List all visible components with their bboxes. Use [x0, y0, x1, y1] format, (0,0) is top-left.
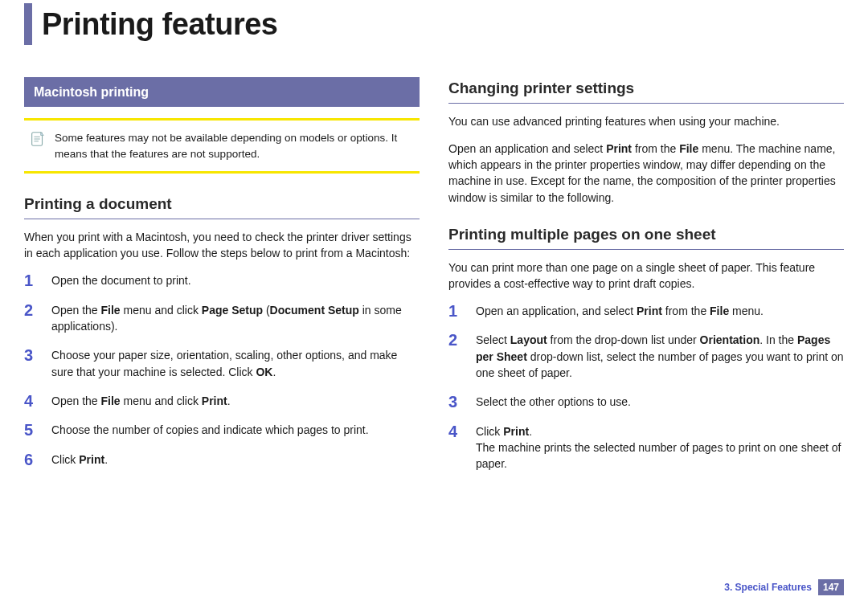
- steps-list-right: 1 Open an application, and select Print …: [448, 303, 844, 472]
- step-item: 6 Click Print.: [24, 452, 420, 468]
- step-text: Click Print.: [51, 452, 420, 468]
- step-text: Click Print.The machine prints the selec…: [476, 423, 844, 472]
- step-number: 1: [448, 303, 461, 319]
- paragraph: Open an application and select Print fro…: [448, 141, 844, 206]
- subheading-printing-document: Printing a document: [24, 193, 420, 215]
- page-title: Printing features: [42, 7, 277, 42]
- paragraph: You can use advanced printing features w…: [448, 113, 844, 129]
- rule: [24, 219, 420, 219]
- chapter-label: 3. Special Features: [724, 582, 812, 593]
- step-number: 2: [448, 332, 461, 381]
- paragraph: You can print more than one page on a si…: [448, 260, 844, 292]
- step-item: 4 Click Print.The machine prints the sel…: [448, 423, 844, 472]
- page-root: Printing features Macintosh printing Som…: [0, 0, 868, 613]
- note-text: Some features may not be available depen…: [55, 130, 415, 161]
- title-accent-bar: [24, 3, 32, 45]
- page-footer: 3. Special Features 147: [724, 579, 844, 595]
- step-item: 2 Select Layout from the drop-down list …: [448, 332, 844, 381]
- rule: [448, 103, 844, 104]
- step-text: Open the File menu and click Page Setup …: [51, 302, 420, 335]
- step-number: 1: [24, 272, 37, 288]
- step-text: Open the document to print.: [51, 272, 420, 288]
- content-columns: Macintosh printing Some features may not…: [24, 77, 844, 485]
- step-item: 1 Open an application, and select Print …: [448, 303, 844, 319]
- left-column: Macintosh printing Some features may not…: [24, 77, 420, 485]
- step-item: 2 Open the File menu and click Page Setu…: [24, 302, 420, 335]
- step-text: Select Layout from the drop-down list un…: [476, 332, 844, 381]
- step-item: 1 Open the document to print.: [24, 272, 420, 288]
- step-item: 3 Choose your paper size, orientation, s…: [24, 347, 420, 380]
- page-number: 147: [818, 579, 844, 595]
- step-number: 6: [24, 452, 37, 468]
- step-text: Choose your paper size, orientation, sca…: [51, 347, 420, 380]
- note-icon: [29, 130, 47, 148]
- step-item: 4 Open the File menu and click Print.: [24, 393, 420, 409]
- step-text: Open an application, and select Print fr…: [476, 303, 844, 319]
- step-text: Select the other options to use.: [476, 394, 844, 410]
- step-text: Open the File menu and click Print.: [51, 393, 420, 409]
- subheading-multiple-pages: Printing multiple pages on one sheet: [448, 223, 844, 246]
- rule: [448, 249, 844, 250]
- step-item: 3 Select the other options to use.: [448, 394, 844, 410]
- step-number: 3: [448, 394, 461, 410]
- intro-paragraph: When you print with a Macintosh, you nee…: [24, 229, 420, 262]
- step-number: 5: [24, 422, 37, 438]
- title-bar: Printing features: [24, 0, 844, 45]
- step-text: Choose the number of copies and indicate…: [51, 422, 420, 438]
- step-number: 4: [448, 423, 461, 472]
- step-number: 2: [24, 302, 37, 335]
- steps-list-left: 1 Open the document to print. 2 Open the…: [24, 272, 420, 467]
- step-number: 4: [24, 393, 37, 409]
- right-column: Changing printer settings You can use ad…: [448, 77, 844, 485]
- note-box: Some features may not be available depen…: [24, 118, 420, 174]
- step-number: 3: [24, 347, 37, 380]
- subheading-changing-settings: Changing printer settings: [448, 77, 844, 100]
- section-head-macintosh: Macintosh printing: [24, 77, 420, 107]
- step-item: 5 Choose the number of copies and indica…: [24, 422, 420, 438]
